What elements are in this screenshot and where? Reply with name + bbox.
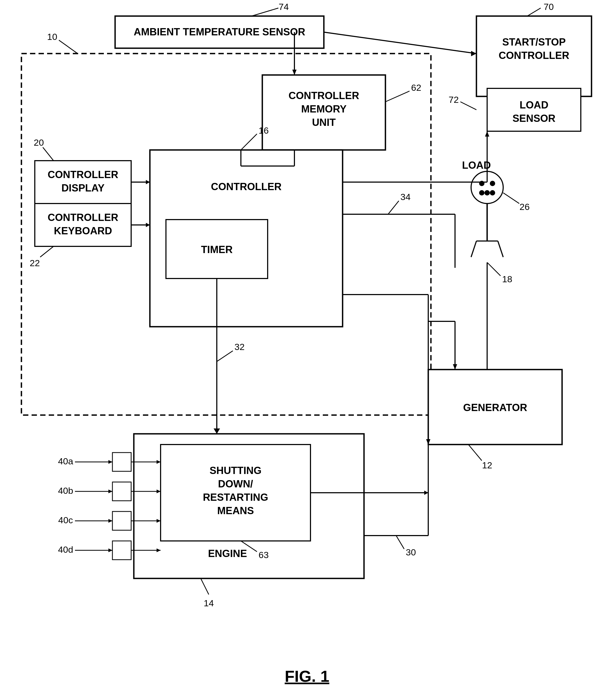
ref-40d: 40d	[58, 545, 73, 554]
ref-40c: 40c	[58, 515, 73, 525]
controller-display-label-2: DISPLAY	[61, 183, 104, 193]
engine-label: ENGINE	[208, 548, 247, 559]
controller-keyboard-label-1: CONTROLLER	[48, 212, 118, 223]
shutting-down-label-2: DOWN/	[218, 478, 253, 489]
load-sensor-label-2: SENSOR	[513, 113, 555, 124]
timer-label: TIMER	[201, 244, 233, 255]
ref-10: 10	[47, 32, 57, 42]
ref-30: 30	[406, 547, 416, 557]
figure-label: FIG. 1	[285, 667, 330, 685]
ref-22: 22	[30, 258, 40, 268]
ambient-sensor-label: AMBIENT TEMPERATURE SENSOR	[133, 26, 305, 37]
svg-rect-19	[35, 203, 131, 246]
ref-26: 26	[520, 202, 530, 212]
ref-20: 20	[34, 137, 44, 148]
svg-rect-54	[112, 482, 131, 501]
svg-point-33	[484, 190, 490, 196]
controller-keyboard-label-2: KEYBOARD	[54, 225, 112, 236]
ref-16: 16	[258, 125, 269, 136]
svg-point-30	[490, 181, 495, 186]
ref-14: 14	[204, 598, 214, 608]
controller-memory-label-2: MEMORY	[301, 103, 347, 115]
shutting-down-label-1: SHUTTING	[209, 465, 261, 476]
controller-memory-label-3: UNIT	[312, 117, 336, 128]
ref-62: 62	[411, 83, 421, 93]
diagram: AMBIENT TEMPERATURE SENSOR 74 START/STOP…	[0, 0, 614, 700]
generator-label: GENERATOR	[463, 402, 527, 413]
svg-rect-59	[112, 512, 131, 530]
ref-40a: 40a	[58, 456, 73, 466]
ref-40b: 40b	[58, 486, 73, 496]
controller-memory-label-1: CONTROLLER	[289, 90, 359, 101]
svg-rect-64	[112, 541, 131, 560]
controller-label: CONTROLLER	[211, 181, 282, 192]
shutting-down-label-4: MEANS	[217, 505, 254, 516]
load-label: LOAD	[462, 160, 491, 171]
ref-70: 70	[543, 2, 554, 12]
ref-32: 32	[234, 342, 245, 352]
ref-12: 12	[482, 460, 492, 470]
svg-point-32	[490, 190, 495, 196]
svg-point-31	[479, 190, 484, 196]
ref-18: 18	[502, 274, 512, 284]
svg-rect-49	[112, 452, 131, 471]
controller-display-label-1: CONTROLLER	[48, 169, 118, 180]
ref-72: 72	[449, 95, 459, 105]
svg-rect-17	[35, 161, 131, 203]
ref-63: 63	[258, 550, 269, 560]
ref-74: 74	[279, 2, 289, 12]
start-stop-label-2: CONTROLLER	[499, 50, 569, 61]
load-sensor-label-1: LOAD	[520, 99, 548, 111]
start-stop-label-1: START/STOP	[502, 36, 565, 48]
ref-34: 34	[400, 192, 411, 202]
shutting-down-label-3: RESTARTING	[203, 492, 268, 503]
